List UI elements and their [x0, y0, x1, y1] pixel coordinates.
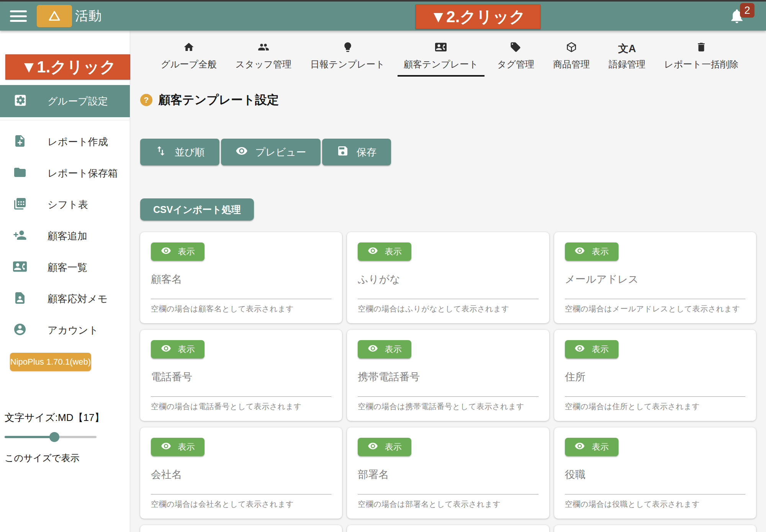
- field-label-input[interactable]: 携帯電話番号: [358, 370, 538, 397]
- tab-customer-template[interactable]: 顧客テンプレート: [398, 41, 484, 77]
- field-helper-text: 空欄の場合は住所として表示されます: [565, 401, 745, 412]
- field-label-input[interactable]: 電話番号: [151, 370, 331, 397]
- field-label-input[interactable]: 住所: [565, 370, 745, 397]
- sidebar-item-label: アカウント: [47, 324, 98, 337]
- field-label-input[interactable]: 会社名: [151, 468, 331, 494]
- trash-icon: [696, 41, 707, 54]
- save-button[interactable]: 保存: [322, 139, 391, 165]
- field-helper-text: 空欄の場合はふりがなとして表示されます: [358, 304, 538, 314]
- field-card-phone: 表示 電話番号 空欄の場合は電話番号として表示されます: [140, 330, 342, 421]
- sidebar-nav: レポート作成 レポート保存箱 シフト表 顧客追加 顧客一覧 顧客応対メモ: [0, 126, 130, 346]
- tab-staff-management[interactable]: スタッフ管理: [229, 41, 298, 77]
- field-card-partial: [554, 525, 756, 532]
- shift-calendar-icon: [13, 197, 27, 212]
- memo-person-icon: [13, 291, 27, 306]
- tab-report-bulk-delete[interactable]: レポート一括削除: [658, 41, 745, 77]
- show-toggle-button[interactable]: 表示: [358, 242, 411, 261]
- eye-icon: [574, 343, 585, 356]
- triangle-logo-icon: [48, 9, 61, 23]
- eye-icon: [368, 441, 378, 453]
- sidebar-item-label: 顧客一覧: [47, 261, 87, 274]
- size-preview-label: このサイズで表示: [5, 452, 130, 464]
- contact-card-icon: [435, 41, 447, 54]
- sidebar-item-label: レポート保存箱: [47, 167, 118, 180]
- eye-icon: [368, 343, 378, 356]
- sidebar-item-label: 顧客応対メモ: [47, 292, 108, 306]
- sort-arrows-icon: [155, 145, 167, 160]
- field-helper-text: 空欄の場合は会社名として表示されます: [151, 499, 331, 509]
- sidebar-item-account[interactable]: アカウント: [0, 314, 130, 346]
- field-helper-text: 空欄の場合は部署名として表示されます: [358, 499, 538, 509]
- sort-order-button[interactable]: 並び順: [140, 139, 219, 165]
- field-card-company: 表示 会社名 空欄の場合は会社名として表示されます: [140, 427, 342, 519]
- folder-icon: [13, 165, 27, 181]
- field-helper-text: 空欄の場合は顧客名として表示されます: [151, 304, 331, 314]
- csv-import-button[interactable]: CSVインポート処理: [140, 198, 254, 221]
- tab-glossary-management[interactable]: 文A 語録管理: [602, 43, 651, 77]
- field-helper-text: 空欄の場合は電話番号として表示されます: [151, 401, 331, 412]
- note-add-icon: [13, 134, 27, 149]
- show-toggle-button[interactable]: 表示: [565, 242, 619, 261]
- sidebar-item-customer-add[interactable]: 顧客追加: [0, 220, 130, 252]
- font-size-slider[interactable]: [5, 432, 97, 442]
- field-card-mobile-phone: 表示 携帯電話番号 空欄の場合は携帯電話番号として表示されます: [347, 330, 549, 421]
- annotation-step-1: ▼1.クリック: [5, 54, 130, 80]
- save-icon: [337, 145, 349, 160]
- notification-badge: 2: [740, 3, 755, 18]
- field-card-address: 表示 住所 空欄の場合は住所として表示されます: [554, 330, 756, 421]
- field-label-input[interactable]: 役職: [565, 468, 745, 494]
- sidebar-item-report-create[interactable]: レポート作成: [0, 126, 130, 157]
- show-toggle-button[interactable]: 表示: [358, 438, 411, 456]
- divider: [0, 120, 130, 120]
- annotation-step-2: ▼2.クリック: [416, 5, 540, 29]
- group-logo-button[interactable]: [37, 5, 72, 27]
- version-button[interactable]: NipoPlus 1.70.1(web): [10, 353, 91, 371]
- field-label-input[interactable]: 部署名: [358, 468, 538, 494]
- toolbar: 並び順 プレビュー 保存: [140, 139, 766, 165]
- sidebar-item-group-settings[interactable]: グループ設定: [0, 85, 130, 117]
- field-label-input[interactable]: メールアドレス: [565, 272, 745, 299]
- show-toggle-button[interactable]: 表示: [151, 438, 205, 456]
- field-card-job-title: 表示 役職 空欄の場合は役職として表示されます: [554, 427, 756, 519]
- help-icon[interactable]: ?: [140, 94, 152, 106]
- slider-thumb[interactable]: [49, 432, 59, 442]
- field-helper-text: 空欄の場合は携帯電話番号として表示されます: [358, 401, 538, 412]
- field-card-partial: [347, 525, 549, 532]
- show-toggle-button[interactable]: 表示: [151, 340, 205, 358]
- hamburger-menu-icon[interactable]: [10, 10, 27, 22]
- eye-icon: [574, 441, 585, 453]
- field-label-input[interactable]: ふりがな: [358, 272, 538, 299]
- sidebar: ▼1.クリック グループ設定 レポート作成 レポート保存箱 シフト表: [0, 31, 130, 532]
- eye-icon: [236, 145, 248, 160]
- sidebar-item-report-box[interactable]: レポート保存箱: [0, 157, 130, 189]
- app-title: 活動: [75, 7, 102, 25]
- field-helper-text: 空欄の場合はメールアドレスとして表示されます: [565, 304, 745, 314]
- eye-icon: [161, 246, 171, 258]
- tab-report-template[interactable]: 日報テンプレート: [304, 41, 391, 77]
- notifications-button[interactable]: 2: [728, 8, 746, 25]
- show-toggle-button[interactable]: 表示: [565, 340, 619, 358]
- tab-tag-management[interactable]: タグ管理: [491, 41, 540, 77]
- account-circle-icon: [13, 322, 27, 338]
- sidebar-item-shift-table[interactable]: シフト表: [0, 189, 130, 220]
- tab-product-management[interactable]: 商品管理: [547, 41, 596, 77]
- tab-group-general[interactable]: グループ全般: [155, 41, 223, 77]
- field-card-customer-name: 表示 顧客名 空欄の場合は顧客名として表示されます: [140, 232, 342, 323]
- people-icon: [258, 41, 269, 54]
- eye-icon: [574, 246, 585, 258]
- show-toggle-button[interactable]: 表示: [565, 438, 619, 456]
- field-card-department: 表示 部署名 空欄の場合は部署名として表示されます: [347, 427, 549, 519]
- settings-tabbar: グループ全般 スタッフ管理 日報テンプレート 顧客テンプレート タグ管理 商品管…: [130, 31, 766, 77]
- field-card-furigana: 表示 ふりがな 空欄の場合はふりがなとして表示されます: [347, 232, 549, 323]
- sidebar-item-customer-memo[interactable]: 顧客応対メモ: [0, 283, 130, 314]
- show-toggle-button[interactable]: 表示: [358, 340, 411, 358]
- sidebar-item-customer-list[interactable]: 顧客一覧: [0, 252, 130, 283]
- field-label-input[interactable]: 顧客名: [151, 272, 331, 299]
- preview-button[interactable]: プレビュー: [221, 139, 321, 165]
- page-title: 顧客テンプレート設定: [159, 92, 279, 108]
- eye-icon: [161, 441, 171, 453]
- field-card-email: 表示 メールアドレス 空欄の場合はメールアドレスとして表示されます: [554, 232, 756, 323]
- show-toggle-button[interactable]: 表示: [151, 242, 205, 261]
- template-field-grid: 表示 顧客名 空欄の場合は顧客名として表示されます 表示 ふりがな 空欄の場合は…: [140, 232, 756, 532]
- main-content: グループ全般 スタッフ管理 日報テンプレート 顧客テンプレート タグ管理 商品管…: [130, 31, 766, 532]
